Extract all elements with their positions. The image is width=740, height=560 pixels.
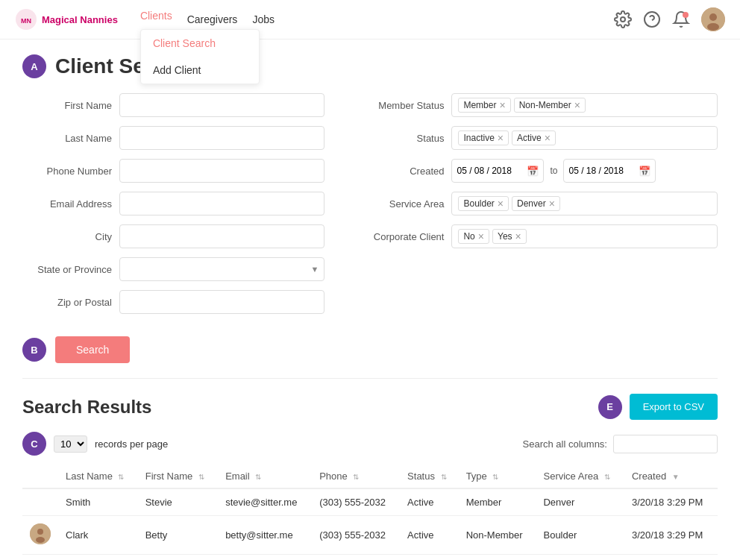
nav-item-jobs[interactable]: Jobs — [252, 10, 275, 29]
row-service-area: Denver — [536, 555, 624, 561]
corporate-client-tags[interactable]: No × Yes × — [451, 224, 718, 248]
table-head: Last Name ⇅ First Name ⇅ Email ⇅ Phone ⇅… — [22, 465, 718, 488]
date-to-wrapper[interactable]: 📅 — [563, 159, 656, 183]
phone-row: Phone Number — [22, 159, 324, 183]
first-name-label: First Name — [22, 100, 112, 111]
state-select[interactable] — [119, 257, 324, 281]
col-avatar — [22, 465, 58, 488]
main-content: A Client Search First Name Last Name Pho… — [0, 40, 740, 560]
first-name-input[interactable] — [119, 93, 324, 117]
phone-input[interactable] — [119, 159, 324, 183]
corporate-client-label: Corporate Client — [354, 231, 444, 242]
no-tag: No × — [458, 229, 489, 244]
member-tag: Member × — [458, 98, 510, 113]
search-button[interactable]: Search — [55, 336, 130, 363]
row-created: 3/20/18 3:29 PM — [624, 516, 718, 555]
state-select-wrapper: ▼ — [119, 257, 324, 281]
sort-area-icon: ⇅ — [604, 473, 610, 481]
city-input[interactable] — [119, 224, 324, 248]
state-label: State or Province — [22, 264, 112, 275]
table-row[interactable]: Clark Betty betty@sitter.me (303) 555-20… — [22, 516, 718, 555]
svg-point-10 — [37, 529, 43, 535]
col-email[interactable]: Email ⇅ — [218, 465, 312, 488]
row-status: Active — [400, 516, 459, 555]
state-row: State or Province ▼ — [22, 257, 324, 281]
yes-tag-remove[interactable]: × — [515, 231, 521, 242]
status-tags[interactable]: Inactive × Active × — [451, 126, 718, 150]
boulder-tag: Boulder × — [458, 196, 509, 211]
dropdown-client-search[interactable]: Client Search — [141, 30, 259, 57]
date-from-input[interactable] — [457, 166, 524, 176]
row-first-name: Betty — [138, 516, 218, 555]
nav-item-caregivers[interactable]: Caregivers — [187, 10, 238, 29]
results-section: Search Results E Export to CSV C 10 25 5… — [22, 394, 718, 560]
svg-point-7 — [709, 13, 717, 21]
boulder-tag-remove[interactable]: × — [498, 198, 504, 209]
non-member-tag-label: Non-Member — [519, 100, 571, 110]
date-to-input[interactable] — [568, 166, 636, 176]
col-phone[interactable]: Phone ⇅ — [312, 465, 400, 488]
row-first-name: John — [138, 555, 218, 561]
email-input[interactable] — [119, 192, 324, 215]
row-created: 3/20/18 3:29 PM — [624, 488, 718, 516]
table-body: Smith Stevie stevie@sitter.me (303) 555-… — [22, 488, 718, 560]
help-icon[interactable] — [643, 10, 661, 28]
row-service-area: Denver — [536, 488, 624, 516]
yes-tag-label: Yes — [498, 231, 512, 242]
nav-item-clients[interactable]: Clients — [140, 6, 172, 25]
app-name: Magical Nannies — [42, 14, 118, 25]
results-controls: C 10 25 50 records per page Search all c… — [22, 432, 718, 456]
col-service-area[interactable]: Service Area ⇅ — [536, 465, 624, 488]
row-phone: (303) 555-2032 — [312, 555, 400, 561]
created-label: Created — [354, 166, 444, 177]
sort-type-icon: ⇅ — [492, 473, 498, 481]
row-email: betty@sitter.me — [218, 516, 312, 555]
col-first-name[interactable]: First Name ⇅ — [138, 465, 218, 488]
sort-email-icon: ⇅ — [255, 473, 261, 481]
last-name-label: Last Name — [22, 133, 112, 144]
member-status-tags[interactable]: Member × Non-Member × — [451, 93, 718, 117]
badge-c: C — [22, 432, 46, 456]
svg-point-8 — [707, 23, 719, 31]
nav-clients[interactable]: Clients Client Search Add Client — [140, 10, 172, 29]
member-tag-remove[interactable]: × — [499, 100, 505, 110]
service-area-row: Service Area Boulder × Denver × — [354, 192, 718, 215]
dropdown-add-client[interactable]: Add Client — [141, 57, 259, 84]
city-label: City — [22, 231, 112, 242]
per-page-select[interactable]: 10 25 50 — [54, 435, 87, 453]
table-row[interactable]: Jacobs John john@sitter.me (303) 555-203… — [22, 555, 718, 561]
no-tag-label: No — [463, 231, 474, 242]
row-avatar-cell — [22, 516, 58, 555]
boulder-tag-label: Boulder — [463, 198, 494, 209]
col-created[interactable]: Created ▼ — [624, 465, 718, 488]
header-right — [614, 7, 725, 31]
bell-icon[interactable] — [672, 10, 690, 28]
clients-dropdown: Client Search Add Client — [140, 29, 260, 84]
col-status[interactable]: Status ⇅ — [400, 465, 459, 488]
row-last-name: Smith — [58, 488, 138, 516]
settings-icon[interactable] — [614, 10, 632, 28]
col-last-name[interactable]: Last Name ⇅ — [58, 465, 138, 488]
form-left: First Name Last Name Phone Number Email … — [22, 93, 324, 314]
col-type[interactable]: Type ⇅ — [459, 465, 536, 488]
service-area-tags[interactable]: Boulder × Denver × — [451, 192, 718, 215]
inactive-tag-remove[interactable]: × — [498, 133, 504, 143]
non-member-tag-remove[interactable]: × — [574, 100, 580, 110]
sort-firstname-icon: ⇅ — [198, 473, 204, 481]
row-email: john@sitter.me — [218, 555, 312, 561]
search-all-input[interactable] — [613, 435, 718, 453]
last-name-row: Last Name — [22, 126, 324, 150]
active-tag-remove[interactable]: × — [545, 133, 551, 143]
export-csv-button[interactable]: Export to CSV — [630, 394, 718, 420]
date-from-wrapper[interactable]: 📅 — [451, 159, 544, 183]
no-tag-remove[interactable]: × — [478, 231, 484, 242]
last-name-input[interactable] — [119, 126, 324, 150]
active-tag-label: Active — [517, 133, 542, 143]
sort-lastname-icon: ⇅ — [118, 473, 124, 481]
results-title: Search Results — [22, 397, 151, 418]
denver-tag-remove[interactable]: × — [549, 198, 555, 209]
table-row[interactable]: Smith Stevie stevie@sitter.me (303) 555-… — [22, 488, 718, 516]
created-row: Created 📅 to 📅 — [354, 159, 718, 183]
zip-input[interactable] — [119, 290, 324, 314]
avatar[interactable] — [701, 7, 725, 31]
